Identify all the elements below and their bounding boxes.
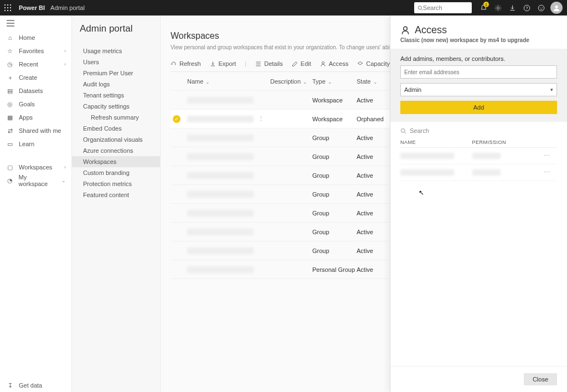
role-select[interactable]: Admin ▾ bbox=[400, 83, 557, 96]
settings-icon[interactable] bbox=[491, 0, 505, 16]
nav-label: Recent bbox=[19, 61, 38, 68]
table-row[interactable]: Group Active bbox=[171, 128, 403, 147]
edit-button[interactable]: Edit bbox=[292, 60, 311, 67]
chevron-right-icon: › bbox=[64, 61, 66, 67]
col-name[interactable]: Name⌄ bbox=[187, 78, 270, 85]
member-search[interactable]: Search bbox=[400, 127, 557, 137]
nav-home[interactable]: ⌂Home bbox=[0, 31, 71, 44]
nav-create[interactable]: ＋Create bbox=[0, 71, 71, 84]
nav-workspaces[interactable]: ▢ Workspaces › bbox=[0, 161, 71, 174]
refresh-button[interactable]: Refresh bbox=[171, 60, 201, 67]
redacted-name bbox=[187, 172, 254, 179]
hamburger-icon[interactable] bbox=[0, 16, 71, 31]
svg-rect-1 bbox=[7, 4, 8, 6]
subnav-item-azure-connections[interactable]: Azure connections bbox=[72, 145, 160, 156]
subnav-item-custom-branding[interactable]: Custom branding bbox=[72, 167, 160, 178]
subnav-item-premium-per-user[interactable]: Premium Per User bbox=[72, 68, 160, 79]
redacted-name bbox=[187, 97, 254, 104]
nav-shared-with-me[interactable]: ⇄Shared with me bbox=[0, 124, 71, 137]
table-row[interactable]: Group Active bbox=[171, 185, 403, 204]
table-row[interactable]: ✓ ⋮ Workspace Orphaned bbox=[171, 110, 403, 128]
col-type[interactable]: Type⌄ bbox=[312, 78, 357, 85]
search-input[interactable] bbox=[423, 4, 468, 11]
table-row[interactable]: Group Active bbox=[171, 204, 403, 223]
table-row[interactable]: Group Active bbox=[171, 241, 403, 260]
subnav-item-usage-metrics[interactable]: Usage metrics bbox=[72, 45, 160, 56]
col-member-name: NAME bbox=[400, 140, 472, 145]
redacted-name bbox=[187, 266, 254, 273]
export-button[interactable]: Export bbox=[210, 60, 236, 67]
svg-rect-0 bbox=[4, 4, 6, 6]
subnav-item-featured-content[interactable]: Featured content bbox=[72, 189, 160, 200]
panel-title: Access bbox=[400, 24, 557, 36]
table-row[interactable]: Group Active bbox=[171, 223, 403, 241]
nav-my-workspace[interactable]: ◔ My workspace ⌄ bbox=[0, 174, 71, 187]
redacted-name bbox=[187, 210, 254, 216]
svg-point-18 bbox=[322, 61, 324, 64]
subnav-item-refresh-summary[interactable]: Refresh summary bbox=[72, 112, 160, 123]
close-button[interactable]: Close bbox=[524, 373, 557, 385]
get-data-icon: ↧ bbox=[7, 382, 13, 389]
global-search[interactable] bbox=[414, 2, 472, 13]
row-more-icon[interactable]: ⋮ bbox=[258, 115, 264, 122]
row-more-icon[interactable]: ⋯ bbox=[544, 169, 557, 176]
nav-apps[interactable]: ▦Apps bbox=[0, 111, 71, 124]
member-row[interactable]: ⋯ bbox=[400, 148, 557, 164]
nav-get-data[interactable]: ↧ Get data bbox=[0, 379, 71, 392]
app-launcher-icon[interactable] bbox=[0, 4, 16, 11]
access-button[interactable]: Access bbox=[320, 60, 348, 67]
cell-type: Group bbox=[312, 210, 357, 216]
sort-icon: ⌄ bbox=[328, 79, 332, 85]
notifications-icon[interactable]: 1 bbox=[476, 0, 491, 16]
svg-rect-6 bbox=[4, 10, 6, 11]
admin-subnav: Admin portal Usage metricsUsersPremium P… bbox=[72, 16, 161, 392]
subnav-item-audit-logs[interactable]: Audit logs bbox=[72, 79, 160, 90]
svg-point-19 bbox=[404, 27, 408, 30]
nav-learn[interactable]: ▭Learn bbox=[0, 137, 71, 151]
feedback-icon[interactable] bbox=[534, 0, 548, 16]
nav-label: Datasets bbox=[19, 87, 43, 94]
nav-datasets[interactable]: ▤Datasets bbox=[0, 84, 71, 97]
email-input[interactable] bbox=[400, 65, 557, 79]
cell-type: Personal Group bbox=[312, 266, 357, 273]
subnav-item-capacity-settings[interactable]: Capacity settings bbox=[72, 101, 160, 112]
svg-point-17 bbox=[555, 6, 558, 8]
table-row[interactable]: Group Active bbox=[171, 166, 403, 185]
subnav-item-organizational-visuals[interactable]: Organizational visuals bbox=[72, 134, 160, 145]
col-description[interactable]: Description⌄ bbox=[270, 78, 312, 85]
nav-recent[interactable]: ◷Recent› bbox=[0, 58, 71, 71]
help-icon[interactable]: ? bbox=[519, 0, 534, 16]
add-button[interactable]: Add bbox=[400, 101, 557, 114]
chevron-right-icon: › bbox=[64, 48, 66, 54]
nav-favorites[interactable]: ☆Favorites› bbox=[0, 44, 71, 58]
download-icon[interactable] bbox=[505, 0, 519, 16]
details-button[interactable]: Details bbox=[255, 60, 283, 67]
subnav-item-embed-codes[interactable]: Embed Codes bbox=[72, 123, 160, 134]
capacity-icon bbox=[357, 61, 363, 67]
row-more-icon[interactable]: ⋯ bbox=[544, 152, 557, 159]
redacted-name bbox=[187, 135, 254, 141]
capacity-button[interactable]: Capacity bbox=[357, 60, 390, 67]
table-row[interactable]: Group Active bbox=[171, 147, 403, 166]
svg-rect-2 bbox=[10, 4, 11, 6]
subnav-item-tenant-settings[interactable]: Tenant settings bbox=[72, 90, 160, 101]
subnav-item-workspaces[interactable]: Workspaces bbox=[72, 156, 160, 167]
subnav-item-protection-metrics[interactable]: Protection metrics bbox=[72, 178, 160, 189]
svg-point-15 bbox=[539, 7, 540, 7]
status-dot-icon: ✓ bbox=[173, 115, 181, 123]
plus-icon: ＋ bbox=[7, 74, 13, 82]
subnav-item-users[interactable]: Users bbox=[72, 56, 160, 68]
nav-label: Workspaces bbox=[19, 164, 52, 171]
cell-type: Group bbox=[312, 135, 357, 141]
member-row[interactable]: ⋯ bbox=[400, 164, 557, 181]
svg-rect-5 bbox=[10, 7, 11, 8]
user-avatar[interactable] bbox=[550, 2, 563, 14]
refresh-icon bbox=[171, 61, 177, 67]
table-row[interactable]: Personal Group Active bbox=[171, 260, 403, 279]
nav-label: Learn bbox=[19, 141, 34, 147]
nav-goals[interactable]: ◎Goals bbox=[0, 97, 71, 111]
nav-label: Shared with me bbox=[19, 127, 61, 134]
table-row[interactable]: Workspace Active bbox=[171, 91, 403, 110]
sort-icon: ⌄ bbox=[303, 79, 307, 85]
page-title: Admin portal bbox=[80, 16, 132, 40]
